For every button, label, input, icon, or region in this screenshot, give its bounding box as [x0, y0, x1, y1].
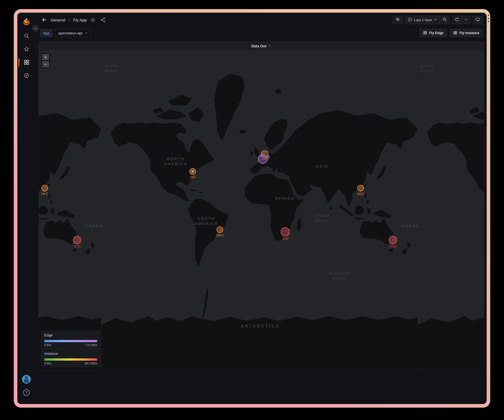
map-marker-label: IAD	[190, 175, 196, 179]
apps-grid-icon	[453, 31, 457, 35]
sidebar: ›	[17, 13, 36, 404]
grafana-app: ›	[17, 13, 487, 404]
map-zoom-control: + −	[41, 53, 50, 68]
map-marker-dot[interactable]	[192, 171, 194, 172]
time-picker-group: Last 1 hour	[405, 16, 450, 24]
map-region-label: SouthernOcean	[329, 271, 350, 280]
legend-max: 7.21 kB/s	[84, 343, 97, 347]
help-icon[interactable]: ?	[23, 389, 30, 396]
dashboards-grid-icon	[24, 59, 29, 66]
map-marker-hkg[interactable]	[357, 185, 363, 191]
chevron-down-icon	[85, 31, 88, 35]
map-region-label: ArcticOcean	[104, 64, 119, 73]
breadcrumb-section[interactable]: General	[51, 18, 65, 22]
legend-section-edge: Edge0 B/s7.21 kB/s	[41, 331, 101, 349]
variable-dropdown[interactable]: openstatus-api	[55, 29, 91, 37]
map-region-label: AFRICA	[275, 196, 295, 201]
map-region-label: ANTARCTICA	[240, 324, 280, 328]
sidebar-expand-button[interactable]: ›	[32, 25, 39, 32]
zoom-in-button[interactable]: +	[42, 54, 49, 60]
link-label: Fly Edge	[429, 31, 443, 35]
main-area: General / Fly App	[36, 13, 487, 404]
sidebar-item-search[interactable]	[17, 30, 35, 43]
link-fly-edge[interactable]: Fly Edge	[420, 29, 447, 37]
map-marker-label: GRU	[216, 234, 224, 237]
legend-min: 0 B/s	[44, 362, 51, 365]
favorite-star-icon[interactable]	[89, 16, 97, 24]
header-toolbar: Last 1 hour	[393, 16, 483, 24]
legend-title: Instance	[44, 352, 97, 356]
legend-section-instance: Instance0 B/s34.3 kB/s	[41, 349, 101, 367]
geomap-panel: Data Out	[38, 41, 484, 370]
sidebar-item-dashboards[interactable]	[17, 56, 35, 69]
map-region-label: OCEAN	[85, 223, 103, 228]
map-marker-gru[interactable]	[217, 227, 223, 233]
map-marker-syd[interactable]	[389, 236, 397, 244]
refresh-icon	[455, 17, 459, 23]
time-range-button[interactable]: Last 1 hour	[405, 16, 440, 24]
zoom-out-time-button[interactable]	[440, 16, 450, 24]
map-marker-label: SYD	[73, 245, 81, 249]
chevron-down-icon	[434, 18, 437, 22]
refresh-button[interactable]	[452, 16, 462, 24]
chevron-down-icon	[268, 43, 271, 48]
map-region-label: OCEAN	[401, 223, 420, 228]
variable-label[interactable]: App	[40, 29, 53, 37]
dashboard-header: General / Fly App	[36, 13, 487, 27]
map-region-label: ASIA	[316, 164, 328, 169]
back-arrow-icon[interactable]	[40, 16, 48, 24]
map-marker-jnb[interactable]	[281, 227, 289, 236]
clock-icon	[408, 17, 412, 23]
legend-range: 0 B/s7.21 kB/s	[44, 343, 97, 347]
link-label: Fly Instance	[459, 31, 479, 35]
dashboard-subheader: App openstatus-api Fly Edge	[36, 27, 487, 39]
sidebar-item-explore[interactable]	[17, 69, 35, 83]
map-marker-syd[interactable]	[73, 236, 81, 244]
panel-header[interactable]: Data Out	[39, 42, 484, 50]
compass-icon	[24, 73, 29, 79]
legend-max: 34.3 kB/s	[84, 362, 97, 365]
frame-dot	[488, 21, 489, 22]
refresh-interval-chevron[interactable]	[462, 16, 470, 24]
legend-title: Edge	[44, 333, 97, 337]
panel-title: Data Out	[251, 44, 266, 48]
search-icon	[24, 33, 29, 40]
zoom-out-button[interactable]: −	[42, 61, 49, 67]
legend-gradient-bar	[44, 340, 97, 342]
tv-mode-button[interactable]	[473, 16, 483, 24]
gear-icon	[395, 17, 400, 23]
map-region-label: IndianOcean	[315, 213, 330, 223]
frame-dot	[488, 18, 489, 19]
legend-min: 0 B/s	[44, 343, 51, 347]
breadcrumb-page: Fly App	[73, 18, 87, 22]
link-fly-instance[interactable]: Fly Instance	[450, 29, 483, 37]
time-range-label: Last 1 hour	[414, 18, 432, 22]
breadcrumb-separator: /	[69, 18, 70, 22]
share-icon[interactable]	[99, 16, 107, 24]
frame-dot	[488, 15, 489, 16]
avatar-figure	[24, 379, 29, 383]
dashboard-canvas: Data Out	[36, 39, 487, 404]
magnifier-minus-icon	[442, 17, 447, 23]
map-region-label: NORTHAMERICA	[164, 157, 188, 166]
map-legend: Edge0 B/s7.21 kB/sInstance0 B/s34.3 kB/s	[41, 331, 101, 367]
world-map[interactable]: ArcticOceanArcticOceanNORTHAMERICAASIAAF…	[39, 50, 484, 370]
chevron-down-icon	[464, 18, 468, 22]
map-marker-label: SYD	[389, 245, 396, 249]
map-marker-label: HKG	[357, 192, 364, 196]
star-icon	[24, 46, 29, 53]
user-avatar[interactable]	[22, 375, 31, 384]
dashboard-settings-button[interactable]	[393, 16, 403, 24]
refresh-group	[452, 16, 470, 24]
dashboard-links: Fly Edge Fly Instance	[420, 29, 483, 37]
map-region-label: SOUTHAMERICA	[194, 216, 218, 226]
legend-range: 0 B/s34.3 kB/s	[44, 362, 97, 365]
map-marker-hkg[interactable]	[42, 185, 48, 191]
app-window-frame: ›	[14, 9, 490, 408]
sidebar-item-starred[interactable]	[17, 43, 35, 56]
map-marker-label: HKG	[41, 192, 48, 196]
avatar-figure	[25, 376, 28, 379]
map-region-label: ArcticOcean	[420, 64, 434, 73]
apps-grid-icon	[423, 31, 427, 35]
map-marker-dot[interactable]	[267, 156, 269, 158]
